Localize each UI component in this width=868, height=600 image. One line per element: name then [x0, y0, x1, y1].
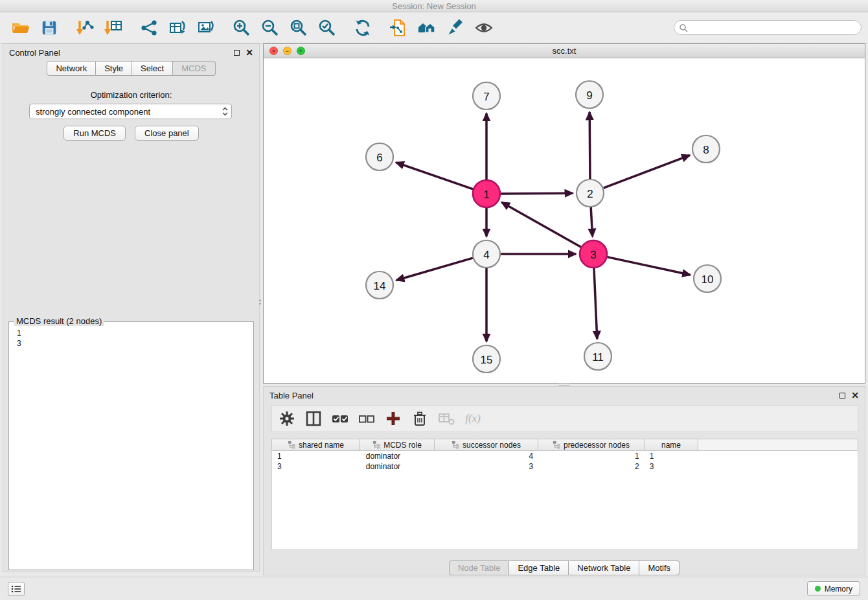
new-network-table-button[interactable]	[163, 16, 192, 40]
import-table-button[interactable]	[99, 16, 128, 40]
zoom-fit-button[interactable]	[284, 16, 313, 40]
tab-motifs[interactable]: Motifs	[639, 560, 680, 575]
zoom-selected-button[interactable]	[313, 16, 341, 40]
node-11[interactable]: 11	[584, 343, 611, 370]
edge-2-3[interactable]	[591, 207, 592, 237]
node-6[interactable]: 6	[366, 143, 393, 170]
tab-mcds[interactable]: MCDS	[173, 61, 215, 76]
show-column-panel-button[interactable]	[304, 410, 323, 428]
table-row[interactable]: 1dominator411	[272, 451, 858, 461]
column-header-mcds-role[interactable]: MCDS role	[360, 439, 435, 451]
table-cell: 2	[538, 461, 645, 472]
network-window-titlebar[interactable]: × − + scc.txt	[264, 44, 865, 58]
mcds-result-content[interactable]: 13	[9, 322, 253, 354]
edge-1-6[interactable]	[396, 163, 474, 189]
column-label: predecessor nodes	[564, 441, 630, 450]
window-zoom-button[interactable]: +	[297, 47, 305, 55]
network-table-icon	[168, 18, 187, 38]
window-close-button[interactable]: ×	[269, 47, 278, 55]
edge-1-2[interactable]	[501, 193, 573, 194]
column-header-predecessor-nodes[interactable]: predecessor nodes	[538, 439, 645, 451]
select-all-columns-button[interactable]	[331, 410, 349, 428]
export-image-button[interactable]	[192, 16, 220, 40]
unselect-all-columns-button[interactable]	[358, 410, 376, 428]
window-divider-handle[interactable]	[558, 383, 570, 386]
first-neighbors-button[interactable]	[413, 16, 441, 40]
column-header-name[interactable]: name	[645, 439, 698, 451]
window-minimize-button[interactable]: −	[283, 47, 291, 55]
node-table: shared name MCDS role successor nodes pr…	[271, 439, 858, 550]
node-label: 9	[586, 89, 592, 102]
table-cell: 3	[435, 461, 538, 472]
tab-edge-table[interactable]: Edge Table	[509, 560, 569, 575]
node-table-body[interactable]: 1dominator4113dominator323	[271, 451, 858, 550]
network-graph[interactable]: 7968124314101511	[264, 58, 865, 383]
node-label: 3	[590, 249, 596, 261]
node-label: 1	[483, 189, 489, 201]
global-search-box[interactable]	[674, 20, 862, 35]
optimization-criterion-select[interactable]: strongly connected component	[29, 104, 232, 119]
status-bar: Memory	[0, 577, 868, 600]
node-7[interactable]: 7	[473, 82, 500, 110]
zoom-out-button[interactable]	[256, 16, 284, 40]
node-2[interactable]: 2	[577, 179, 604, 207]
edge-4-14[interactable]	[396, 258, 473, 280]
edge-3-11[interactable]	[594, 268, 597, 339]
save-session-button[interactable]	[35, 16, 63, 40]
create-column-button[interactable]	[384, 410, 402, 428]
node-8[interactable]: 8	[692, 135, 720, 163]
node-4[interactable]: 4	[473, 240, 500, 268]
edge-3-10[interactable]	[608, 257, 691, 275]
tab-style[interactable]: Style	[96, 61, 132, 76]
panel-divider-handle[interactable]: ••	[259, 299, 261, 311]
copy-style-button[interactable]	[384, 16, 413, 40]
memory-button[interactable]: Memory	[807, 581, 860, 596]
tab-network[interactable]: Network	[47, 61, 96, 76]
table-panel-title: Table Panel	[269, 391, 314, 400]
tab-network-table[interactable]: Network Table	[569, 560, 639, 575]
node-1[interactable]: 1	[473, 180, 500, 207]
new-network-button[interactable]	[135, 16, 163, 40]
table-cell: 3	[645, 461, 698, 472]
open-folder-icon	[11, 18, 30, 38]
edge-3-1[interactable]	[502, 202, 581, 247]
import-network-button[interactable]	[71, 16, 99, 40]
apply-style-button[interactable]	[441, 16, 470, 40]
show-hide-details-button[interactable]	[470, 16, 498, 40]
node-15[interactable]: 15	[473, 345, 500, 373]
column-label: MCDS role	[383, 441, 422, 450]
tab-node-table[interactable]: Node Table	[449, 560, 510, 575]
zoom-selected-icon	[317, 18, 337, 38]
optimization-criterion-label: Optimization criterion:	[3, 90, 259, 100]
open-session-button[interactable]	[6, 16, 35, 40]
close-panel-icon[interactable]: ✕	[246, 49, 253, 56]
memory-status-dot	[815, 586, 821, 592]
apply-layout-button[interactable]	[348, 16, 377, 40]
float-table-panel-icon[interactable]	[839, 393, 845, 398]
edge-2-9[interactable]	[589, 112, 590, 179]
tab-select[interactable]: Select	[132, 61, 173, 76]
column-header-shared-name[interactable]: shared name	[271, 439, 360, 451]
table-row[interactable]: 3dominator323	[272, 461, 858, 472]
table-cell: 1	[272, 451, 361, 461]
zoom-in-button[interactable]	[227, 16, 256, 40]
edge-2-8[interactable]	[604, 156, 690, 189]
node-14[interactable]: 14	[366, 271, 393, 299]
node-3[interactable]: 3	[580, 240, 607, 268]
zoom-fit-icon	[289, 18, 308, 38]
node-10[interactable]: 10	[694, 265, 721, 292]
export-image-icon	[196, 18, 216, 38]
close-panel-button[interactable]: Close panel	[135, 126, 199, 141]
column-tree-icon	[553, 441, 561, 449]
delete-column-button[interactable]	[411, 410, 429, 428]
column-header-successor-nodes[interactable]: successor nodes	[435, 439, 538, 451]
delete-table-icon-disabled	[438, 410, 455, 427]
show-panels-button[interactable]	[8, 582, 25, 596]
run-mcds-button[interactable]: Run MCDS	[63, 126, 126, 141]
node-9[interactable]: 9	[576, 81, 603, 108]
search-input[interactable]	[688, 23, 856, 32]
close-table-panel-icon[interactable]: ✕	[851, 391, 859, 399]
dropdown-arrows-icon	[222, 106, 229, 117]
float-panel-icon[interactable]	[234, 50, 240, 56]
table-settings-button[interactable]	[278, 410, 296, 428]
